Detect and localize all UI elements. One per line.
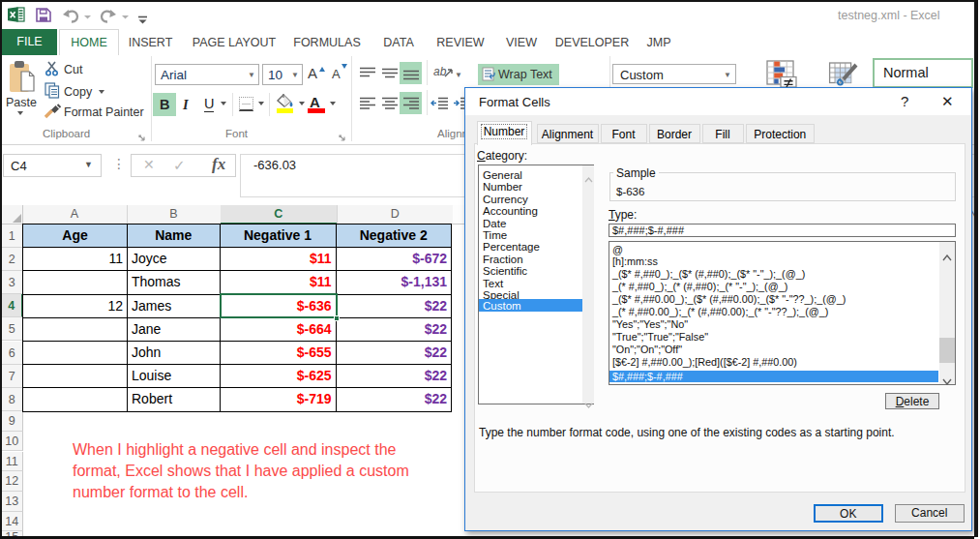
svg-text:ab: ab <box>433 65 447 78</box>
